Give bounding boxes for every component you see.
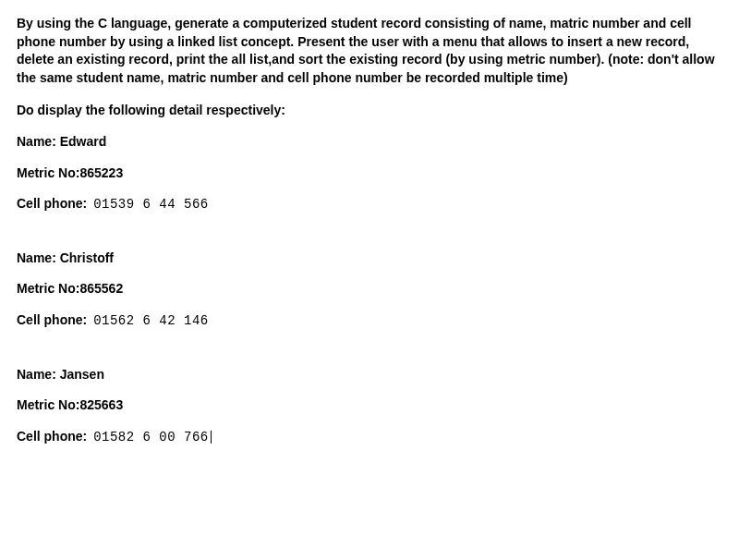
text-cursor: [211, 431, 212, 444]
cell-value: 01539 6 44 566: [91, 197, 212, 212]
assignment-instructions: By using the C language, generate a comp…: [17, 15, 722, 87]
metric-line: Metric No:865562: [17, 280, 722, 298]
metric-line: Metric No:865223: [17, 164, 722, 183]
metric-label: Metric No:: [17, 281, 79, 296]
cell-line: Cell phone: 01562 6 42 146: [17, 311, 722, 331]
cell-label: Cell phone:: [17, 429, 91, 444]
cell-line: Cell phone: 01582 6 00 766: [17, 428, 722, 447]
name-label: Name:: [17, 134, 60, 149]
student-record: Name: Jansen Metric No:825663 Cell phone…: [17, 366, 722, 447]
name-label: Name:: [17, 367, 60, 382]
student-record: Name: Edward Metric No:865223 Cell phone…: [17, 133, 722, 214]
name-value: Christoff: [60, 250, 114, 265]
metric-value: 865223: [79, 165, 123, 180]
metric-value: 865562: [79, 281, 123, 296]
student-record: Name: Christoff Metric No:865562 Cell ph…: [17, 250, 722, 331]
display-subheading: Do display the following detail respecti…: [17, 102, 722, 120]
cell-label: Cell phone:: [17, 312, 91, 327]
name-line: Name: Edward: [17, 133, 722, 152]
name-value: Jansen: [60, 367, 104, 382]
name-line: Name: Jansen: [17, 366, 722, 384]
name-value: Edward: [60, 134, 107, 149]
name-label: Name:: [17, 250, 60, 265]
cell-value: 01582 6 00 766: [91, 430, 212, 444]
metric-label: Metric No:: [17, 397, 79, 412]
name-line: Name: Christoff: [17, 250, 722, 268]
metric-label: Metric No:: [17, 165, 79, 180]
cell-value: 01562 6 42 146: [91, 313, 212, 328]
cell-label: Cell phone:: [17, 196, 91, 211]
metric-line: Metric No:825663: [17, 396, 722, 415]
metric-value: 825663: [79, 397, 123, 412]
cell-line: Cell phone: 01539 6 44 566: [17, 195, 722, 214]
